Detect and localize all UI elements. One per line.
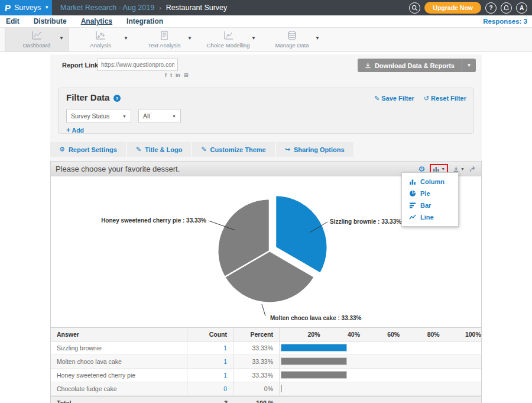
toolbar-item-analysis[interactable]: Analysis ▼ [69,28,132,51]
upgrade-now-button[interactable]: Upgrade Now [424,2,481,14]
help-button[interactable]: ? [485,2,497,14]
filter-help-icon[interactable]: ? [113,95,121,102]
topbar-actions: Upgrade Now ? A [409,2,532,14]
count-link[interactable]: 1 [223,372,227,379]
add-filter-button[interactable]: + Add [66,126,84,134]
facebook-icon[interactable]: f [165,73,167,78]
toolbar-item-choice-modelling[interactable]: Choice Modelling ▼ [196,28,260,51]
scale-tick: 80% [427,331,440,338]
breadcrumb-separator: › [159,4,161,11]
search-button[interactable] [409,2,420,14]
tab-report-settings[interactable]: ⚙Report Settings [50,142,126,157]
breadcrumb: Market Research - Aug 2019 › Restaurant … [60,4,227,12]
chevron-down-icon: ▼ [315,36,320,41]
percent-cell: 33.33% [233,355,280,368]
chevron-down-icon: ▼ [460,167,465,171]
toolbar-item-dashboard[interactable]: Dashboard ▼ [5,28,69,51]
toolbar-item-text-analysis[interactable]: Text Analysis ▼ [132,28,196,51]
chart-type-menu: Column Pie Bar Line [401,172,459,227]
answer-bar [281,357,347,365]
edit-icon: ✎ [136,146,141,153]
questionpro-logo: P [4,3,11,13]
nav-item-edit[interactable]: Edit [6,17,20,25]
surveys-menu[interactable]: P Surveys ▼ [0,0,52,15]
menu-item-column[interactable]: Column [402,176,458,188]
scale-tick: 100% [465,331,481,338]
menu-item-line[interactable]: Line [402,211,458,223]
save-filter-button[interactable]: ✎Save Filter [374,95,414,102]
report-link-input[interactable] [98,59,178,71]
analytics-toolbar: Dashboard ▼ Analysis ▼ Text Analysis ▼ C… [0,28,532,52]
table-row: Sizzling brownie 1 33.33% [51,341,481,355]
total-bar-cell [280,396,481,403]
tab-customize-theme[interactable]: ✎Customize Theme [192,142,274,157]
survey-status-select[interactable]: Survey Status ▼ [66,109,131,123]
tab-title-logo[interactable]: ✎Title & Logo [127,142,192,157]
header-scale: 20% 40% 60% 80% 100% [280,328,481,341]
count-link[interactable]: 0 [223,385,227,392]
bar-chart-icon [409,202,416,209]
filter-value-select[interactable]: All ▼ [138,109,181,123]
answer-cell: Honey sweetened cherry pie [51,369,187,382]
database-icon [260,30,324,42]
twitter-icon[interactable]: t [170,73,172,78]
download-options-caret[interactable]: ▼ [462,59,476,72]
table-row: Chocolate fudge cake 0 0% [51,382,481,396]
bell-icon [503,5,510,11]
chevron-down-icon: ▼ [59,36,64,41]
edit-icon: ✎ [374,95,379,102]
chart-share-button[interactable] [469,166,476,172]
download-group: Download Data & Reports ▼ [358,59,476,72]
answer-bar [281,344,347,352]
total-label: Total [51,396,187,403]
line-chart-icon [409,214,416,221]
edit-icon: ✎ [201,146,206,153]
survey-navbar: Edit Distribute Analytics Integration Re… [0,15,532,28]
report-link-label: Report Link [62,62,98,69]
breadcrumb-folder[interactable]: Market Research - Aug 2019 [60,4,154,12]
nav-item-integration[interactable]: Integration [126,17,163,25]
reset-filter-button[interactable]: ↺Reset Filter [424,95,466,102]
scale-tick: 20% [307,331,320,338]
chart-download-button[interactable]: ▼ [453,166,465,172]
chevron-down-icon: ▼ [187,36,192,41]
results-table: Answer Count Percent 20% 40% 60% 80% 100… [51,327,481,403]
analysis-scatter-icon [69,30,132,42]
chart-type-button[interactable]: ▼ [433,166,445,172]
menu-item-bar[interactable]: Bar [402,199,458,211]
column-chart-icon [409,178,416,185]
responses-count[interactable]: Responses: 3 [483,18,527,25]
menu-item-pie[interactable]: Pie [402,188,458,199]
share-icons: f t in ⊞ [165,73,189,78]
pie-label-molten-choco-lava-cake: Molten choco lava cake : 33.33% [270,315,362,321]
question-chart-panel: Please choose your favorite dessert. ⚙ ▼… [50,161,482,403]
header-count: Count [187,328,233,341]
question-title: Please choose your favorite dessert. [56,165,180,173]
pie-label-sizzling-brownie: Sizzling brownie : 33.33% [330,218,401,225]
percent-cell: 0% [233,382,280,395]
download-icon [365,62,371,69]
choice-modelling-chart-icon [196,30,260,42]
chevron-down-icon: ▼ [122,114,126,118]
answer-bar [281,385,282,392]
avatar[interactable]: A [516,2,527,14]
toolbar-item-manage-data[interactable]: Manage Data ▼ [260,28,324,51]
search-icon [411,5,418,11]
count-link[interactable]: 1 [223,344,227,352]
linkedin-icon[interactable]: in [176,73,180,78]
embed-icon[interactable]: ⊞ [184,73,189,78]
count-link[interactable]: 1 [223,358,227,365]
chevron-down-icon: ▼ [44,5,49,10]
nav-item-distribute[interactable]: Distribute [34,17,67,25]
nav-item-analytics[interactable]: Analytics [81,17,112,25]
answer-bar [281,371,347,379]
download-data-reports-button[interactable]: Download Data & Reports [358,59,462,72]
tab-sharing-options[interactable]: ↪Sharing Options [276,142,353,157]
forward-arrow-icon [469,166,476,172]
notifications-button[interactable] [501,2,512,14]
chevron-down-icon: ▼ [172,114,176,118]
callout-line [262,304,265,316]
answer-cell: Chocolate fudge cake [51,382,187,395]
pie-label-honey-sweetened-cherry-pie: Honey sweetened cherry pie : 33.33% [101,217,206,224]
filter-panel: Filter Data ? ✎Save Filter ↺Reset Filter… [58,88,474,134]
